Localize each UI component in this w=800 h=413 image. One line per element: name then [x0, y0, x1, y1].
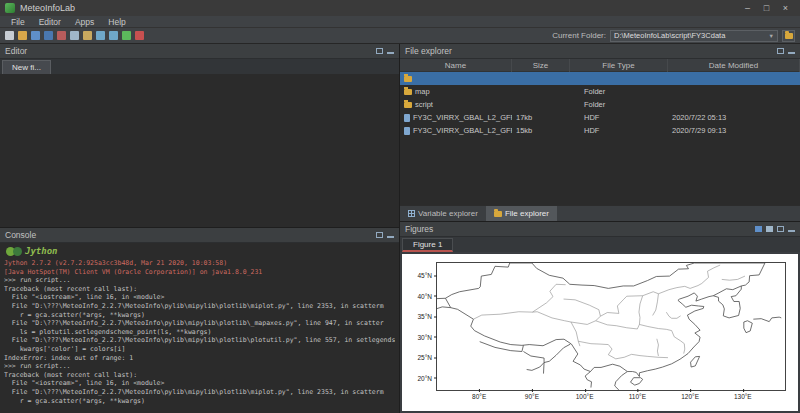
file-type: Folder	[570, 98, 668, 111]
province-boundary-line	[632, 354, 668, 357]
copy-figure-icon[interactable]	[766, 226, 773, 232]
file-name: map	[415, 85, 430, 98]
minimize-icon[interactable]	[788, 227, 795, 232]
file-size: 17kb	[512, 111, 570, 124]
float-icon[interactable]	[376, 48, 383, 54]
province-boundary-line	[639, 296, 643, 325]
console-output-area[interactable]: Jython Jython 2.7.2 (v2.7.2:925a3cc3b48d…	[0, 243, 399, 413]
current-folder-combobox[interactable]: D:\MeteoInfoLab\script\FY3Cdata ▼	[610, 30, 778, 42]
figure-tab[interactable]: Figure 1	[402, 238, 453, 252]
file-row[interactable]: FY3C_VIRRX_GBAL_L2_GFR_MLT_GL... 15kb HD…	[400, 124, 800, 137]
save-figure-icon[interactable]	[755, 226, 762, 232]
editor-tab[interactable]: New fi...	[2, 60, 51, 74]
code-line: layer = scatterm(lon, lat, data, s=3, co…	[4, 203, 399, 212]
current-folder-group: Current Folder: D:\MeteoInfoLab\script\F…	[552, 30, 795, 42]
country-boundary-line	[753, 317, 781, 321]
code-line: china = shaperead('D:/MeteoInfoLab/scrip…	[4, 177, 399, 186]
console-panel-title: Console	[5, 230, 36, 240]
file-date-modified	[668, 98, 800, 111]
menu-item[interactable]: Editor	[32, 16, 68, 28]
undo-button[interactable]	[96, 31, 105, 40]
x-tick-label: 120°E	[681, 393, 699, 400]
y-tick-label: 20°N	[417, 374, 432, 381]
run-script-button[interactable]	[122, 31, 131, 40]
figure-canvas-area[interactable]: 80°E90°E100°E110°E120°E130°E20°N25°N30°N…	[400, 252, 800, 413]
browse-folder-button[interactable]	[782, 30, 795, 42]
console-line: Traceback (most recent call last):	[4, 371, 395, 380]
console-line: Jython 2.7.2 (v2.7.2:925a3cc3b48d, Mar 2…	[4, 259, 395, 268]
code-line: lon = v[:,4]	[4, 143, 399, 152]
menu-item[interactable]: Help	[101, 16, 132, 28]
code-line: geoshow(world, edgecolor=(100,100,100))	[4, 194, 399, 203]
explorer-tab-icon	[408, 210, 415, 217]
save-button[interactable]	[31, 31, 40, 40]
minimize-button[interactable]: –	[738, 0, 757, 16]
file-type: HDF	[570, 124, 668, 137]
y-tick-label: 35°N	[417, 313, 432, 320]
console-line: >>> run script...	[4, 362, 395, 371]
file-row[interactable]	[400, 72, 800, 85]
country-boundary-line	[543, 344, 570, 374]
file-date-modified	[668, 72, 800, 85]
file-name: script	[415, 98, 433, 111]
cut-button[interactable]	[57, 31, 66, 40]
minimize-icon[interactable]	[788, 49, 795, 54]
file-explorer-panel-header: File explorer	[400, 44, 800, 59]
file-type-icon	[404, 89, 412, 95]
redo-button[interactable]	[109, 31, 118, 40]
province-boundary-line	[666, 312, 680, 318]
country-boundary-line	[480, 342, 524, 352]
x-tick-label: 100°E	[576, 393, 594, 400]
file-row[interactable]: map Folder	[400, 85, 800, 98]
minimize-icon[interactable]	[387, 233, 394, 238]
menu-item[interactable]: Apps	[68, 16, 101, 28]
column-header[interactable]: Size	[512, 59, 570, 72]
file-size	[512, 85, 570, 98]
console-panel: Console Jython Jython 2.7.2 (v2.7.2:925a	[0, 228, 399, 413]
province-boundary-line	[564, 299, 601, 324]
code-line: v = f['FIRES']	[4, 109, 399, 118]
close-button[interactable]: ×	[776, 0, 795, 16]
code-line: world = shaperead('D:/MeteoInfoLab/scrip…	[4, 169, 399, 178]
file-row[interactable]: script Folder	[400, 98, 800, 111]
explorer-tab[interactable]: Variable explorer	[400, 206, 486, 221]
file-row[interactable]: FY3C_VIRRX_GBAL_L2_GFR_MLT_GL... 17kb HD…	[400, 111, 800, 124]
interrupt-button[interactable]	[135, 31, 144, 40]
open-file-button[interactable]	[18, 31, 27, 40]
float-icon[interactable]	[777, 48, 784, 54]
province-boundary-line	[657, 339, 659, 356]
console-line: r = gca.scatter(*args, **kwargs)	[4, 311, 395, 320]
file-explorer-panel: File explorer NameSizeFile TypeDate Modi…	[400, 44, 800, 222]
float-icon[interactable]	[376, 232, 383, 238]
float-icon[interactable]	[777, 226, 784, 232]
code-editor-area[interactable]: #Add data file fn = 'D:/MeteoInfoLab/scr…	[0, 74, 399, 227]
console-lines: Jython 2.7.2 (v2.7.2:925a3cc3b48d, Mar 2…	[4, 259, 395, 405]
console-line: File "<iostream>", line 16, in <module>	[4, 293, 395, 302]
y-tick-label: 30°N	[417, 333, 432, 340]
paste-button[interactable]	[83, 31, 92, 40]
menu-bar: FileEditorAppsHelp	[0, 16, 800, 28]
column-header[interactable]: File Type	[570, 59, 668, 72]
save-all-button[interactable]	[44, 31, 53, 40]
explorer-tab[interactable]: File explorer	[486, 206, 557, 221]
province-boundary-line	[672, 331, 685, 354]
new-file-button[interactable]	[5, 31, 14, 40]
editor-panel: Editor New fi... #Add data file fn = 'D:	[0, 44, 399, 228]
maximize-button[interactable]: □	[757, 0, 776, 16]
console-line: File "D:\???\MeteoInfo_2.2.7\MeteoInfo\p…	[4, 302, 395, 311]
menu-item[interactable]: File	[4, 16, 32, 28]
console-line: >>> run script...	[4, 276, 395, 285]
file-date-modified: 2020/7/22 05:13	[668, 111, 800, 124]
province-boundary-line	[596, 321, 640, 329]
window-title: MeteoInfoLab	[20, 3, 75, 13]
code-line: data = v[:,5]	[4, 126, 399, 135]
minimize-icon[interactable]	[387, 49, 394, 54]
country-boundary-line	[744, 321, 752, 333]
y-tick-label: 40°N	[417, 292, 432, 299]
jython-logo: Jython	[6, 246, 395, 256]
copy-button[interactable]	[70, 31, 79, 40]
column-header[interactable]: Date Modified	[668, 59, 800, 72]
code-line: #Plot	[4, 152, 399, 161]
console-line: IndexError: index out of range: 1	[4, 354, 395, 363]
column-header[interactable]: Name	[400, 59, 512, 72]
